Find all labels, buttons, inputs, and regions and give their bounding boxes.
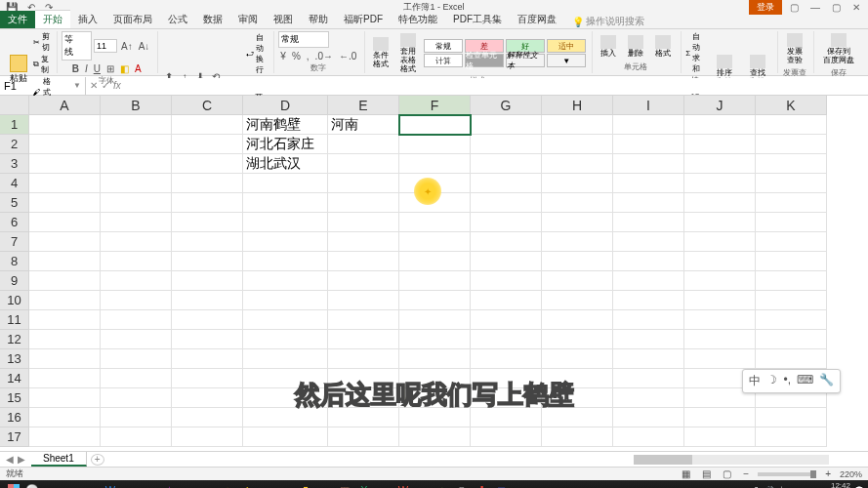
copy-button[interactable]: ⧉ 复制 — [33, 54, 51, 75]
taskbar-app9-icon[interactable]: ◼ — [492, 482, 510, 488]
cell-K17[interactable] — [756, 427, 827, 447]
cell-J13[interactable] — [684, 349, 756, 369]
cell-F11[interactable] — [399, 310, 471, 330]
cell-E10[interactable] — [328, 291, 399, 310]
cell-G7[interactable] — [471, 232, 542, 252]
underline-button[interactable]: U — [92, 62, 103, 75]
cell-A4[interactable] — [29, 174, 101, 193]
tray-input-icon[interactable]: 中 — [778, 485, 786, 489]
cell-B13[interactable] — [101, 349, 172, 369]
cell-A8[interactable] — [29, 252, 101, 271]
cell-H11[interactable] — [542, 310, 613, 330]
cell-A12[interactable] — [29, 330, 101, 349]
search-hint[interactable]: 💡操作说明搜索 — [572, 15, 644, 28]
row-header-8[interactable]: 8 — [0, 252, 29, 271]
minimize-button[interactable]: — — [806, 2, 824, 13]
style-calc[interactable]: 计算 — [424, 54, 463, 67]
sheet-next-icon[interactable]: ▶ — [18, 454, 25, 465]
col-header-D[interactable]: D — [243, 96, 328, 115]
view-normal-icon[interactable]: ▦ — [679, 468, 693, 479]
cell-F13[interactable] — [399, 349, 471, 369]
cell-E1[interactable]: 河南 — [328, 115, 399, 135]
taskbar-app3-icon[interactable]: ● — [277, 482, 295, 488]
col-header-G[interactable]: G — [471, 96, 542, 115]
cell-G11[interactable] — [471, 310, 542, 330]
cell-C2[interactable] — [172, 135, 243, 154]
cell-B4[interactable] — [101, 174, 172, 193]
cell-B6[interactable] — [101, 213, 172, 232]
inc-decimal[interactable]: .0→ — [313, 50, 335, 62]
cell-A3[interactable] — [29, 154, 101, 174]
cell-C14[interactable] — [172, 369, 243, 388]
tab-home[interactable]: 开始 — [35, 10, 70, 28]
cell-G12[interactable] — [471, 330, 542, 349]
cell-G2[interactable] — [471, 135, 542, 154]
cell-H9[interactable] — [542, 271, 613, 291]
cell-J8[interactable] — [684, 252, 756, 271]
cell-D13[interactable] — [243, 349, 328, 369]
cell-I11[interactable] — [613, 310, 684, 330]
cell-C7[interactable] — [172, 232, 243, 252]
col-header-I[interactable]: I — [613, 96, 684, 115]
cell-A17[interactable] — [29, 427, 101, 447]
cell-H13[interactable] — [542, 349, 613, 369]
cell-J2[interactable] — [684, 135, 756, 154]
cell-C1[interactable] — [172, 115, 243, 135]
cell-I13[interactable] — [613, 349, 684, 369]
cell-F10[interactable] — [399, 291, 471, 310]
cell-A13[interactable] — [29, 349, 101, 369]
cell-I6[interactable] — [613, 213, 684, 232]
cell-I3[interactable] — [613, 154, 684, 174]
cell-A5[interactable] — [29, 193, 101, 213]
cancel-formula-icon[interactable]: ✕ — [90, 80, 98, 91]
cell-B15[interactable] — [101, 388, 172, 408]
cell-G13[interactable] — [471, 349, 542, 369]
cell-B7[interactable] — [101, 232, 172, 252]
cell-K10[interactable] — [756, 291, 827, 310]
taskbar-clock[interactable]: 12:42 2024/7/18 星期四 — [790, 482, 850, 488]
view-break-icon[interactable]: ▢ — [720, 468, 734, 479]
format-button[interactable]: 格式 — [651, 33, 675, 61]
cell-E13[interactable] — [328, 349, 399, 369]
cell-J6[interactable] — [684, 213, 756, 232]
cell-B9[interactable] — [101, 271, 172, 291]
taskbar-phone-icon[interactable]: ● — [199, 482, 217, 488]
cell-B11[interactable] — [101, 310, 172, 330]
cell-C10[interactable] — [172, 291, 243, 310]
cell-J7[interactable] — [684, 232, 756, 252]
cell-H7[interactable] — [542, 232, 613, 252]
cell-D10[interactable] — [243, 291, 328, 310]
taskbar-excel-icon[interactable]: X — [355, 482, 373, 488]
row-header-10[interactable]: 10 — [0, 291, 29, 310]
cell-F1[interactable] — [399, 115, 471, 135]
cell-C11[interactable] — [172, 310, 243, 330]
cell-D3[interactable]: 湖北武汉 — [243, 154, 328, 174]
cell-C3[interactable] — [172, 154, 243, 174]
cell-G10[interactable] — [471, 291, 542, 310]
name-box[interactable]: F1▼ — [0, 77, 86, 95]
col-header-J[interactable]: J — [684, 96, 756, 115]
cell-H6[interactable] — [542, 213, 613, 232]
cell-C6[interactable] — [172, 213, 243, 232]
cell-C17[interactable] — [172, 427, 243, 447]
cell-G5[interactable] — [471, 193, 542, 213]
taskbar-folder-icon[interactable]: ▮ — [297, 482, 314, 488]
currency-button[interactable]: ¥ — [278, 50, 288, 62]
cell-C9[interactable] — [172, 271, 243, 291]
cell-I9[interactable] — [613, 271, 684, 291]
zoom-out-icon[interactable]: − — [740, 468, 752, 479]
cell-E6[interactable] — [328, 213, 399, 232]
taskbar-rec-icon[interactable]: ● — [141, 482, 158, 488]
bold-button[interactable]: B — [70, 62, 81, 75]
cell-F17[interactable] — [399, 427, 471, 447]
taskbar-browser-icon[interactable]: ● — [121, 482, 139, 488]
tab-data[interactable]: 数据 — [195, 11, 230, 28]
cell-E7[interactable] — [328, 232, 399, 252]
cell-D8[interactable] — [243, 252, 328, 271]
cell-A6[interactable] — [29, 213, 101, 232]
cell-I12[interactable] — [613, 330, 684, 349]
row-header-2[interactable]: 2 — [0, 135, 29, 154]
cell-D11[interactable] — [243, 310, 328, 330]
cell-E9[interactable] — [328, 271, 399, 291]
cell-E5[interactable] — [328, 193, 399, 213]
